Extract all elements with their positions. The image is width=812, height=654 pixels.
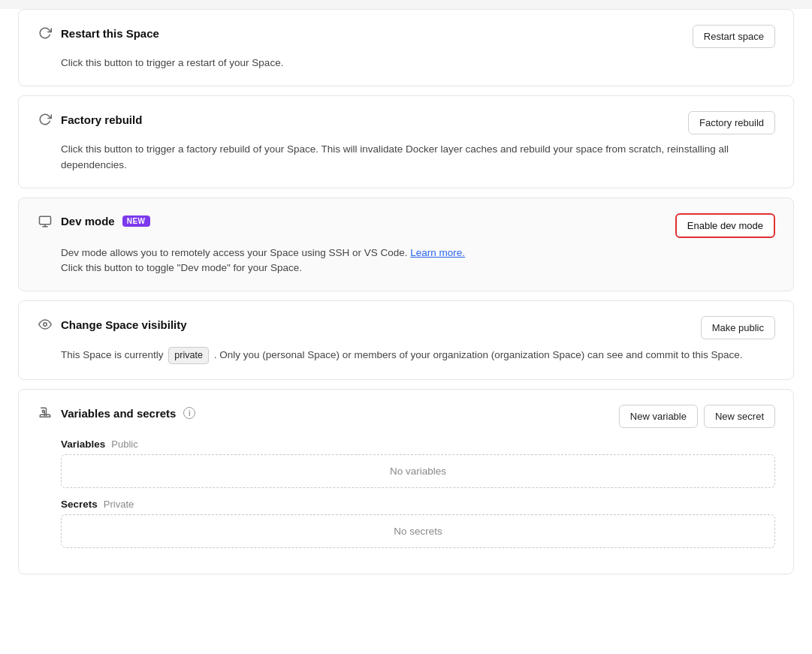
svg-point-3 <box>44 323 47 327</box>
secrets-sublabel: Private <box>104 499 134 510</box>
dev-mode-badge: NEW <box>122 215 150 227</box>
new-variable-button[interactable]: New variable <box>619 405 698 428</box>
factory-rebuild-button[interactable]: Factory rebuild <box>688 111 775 134</box>
factory-rebuild-title-row: Factory rebuild <box>37 111 676 128</box>
factory-rebuild-icon <box>37 111 53 128</box>
variables-icon <box>37 405 53 421</box>
enable-dev-mode-button[interactable]: Enable dev mode <box>675 213 775 238</box>
visibility-section: Change Space visibility Make public This… <box>18 300 794 380</box>
dev-mode-title-row: Dev mode NEW <box>37 213 663 230</box>
factory-rebuild-section: Factory rebuild Factory rebuild Click th… <box>18 95 794 188</box>
visibility-icon <box>37 316 53 333</box>
no-secrets-box: No secrets <box>61 514 775 548</box>
variables-info-icon[interactable]: i <box>183 407 195 419</box>
visibility-description: This Space is currently private . Only y… <box>61 347 775 364</box>
visibility-title: Change Space visibility <box>61 318 187 331</box>
visibility-title-row: Change Space visibility <box>37 316 689 333</box>
visibility-desc-prefix: This Space is currently <box>61 349 164 360</box>
restart-section: Restart this Space Restart space Click t… <box>18 9 794 86</box>
variables-btn-group: New variable New secret <box>619 405 775 428</box>
variables-title-row: Variables and secrets i <box>37 405 607 421</box>
visibility-value: private <box>168 347 209 364</box>
factory-rebuild-description: Click this button to trigger a factory r… <box>61 142 775 173</box>
dev-mode-description: Dev mode allows you to remotely access y… <box>61 246 775 276</box>
restart-title-row: Restart this Space <box>37 25 681 41</box>
make-public-button[interactable]: Make public <box>701 316 775 339</box>
no-variables-box: No variables <box>61 454 775 488</box>
variables-title: Variables and secrets <box>61 407 176 420</box>
dev-mode-section: Dev mode NEW Enable dev mode Dev mode al… <box>18 197 794 292</box>
dev-mode-title: Dev mode <box>61 215 115 228</box>
variables-header: Variables and secrets i New variable New… <box>37 405 775 428</box>
page-container: Restart this Space Restart space Click t… <box>0 9 812 654</box>
variables-content: Variables Public No variables Secrets Pr… <box>61 439 775 559</box>
secrets-label-row: Secrets Private <box>61 499 775 510</box>
variables-sublabel: Public <box>111 439 137 450</box>
visibility-header: Change Space visibility Make public <box>37 316 775 339</box>
visibility-desc-suffix: . Only you (personal Space) or members o… <box>214 349 743 360</box>
dev-mode-icon <box>37 213 53 230</box>
dev-mode-learn-more[interactable]: Learn more. <box>410 247 465 258</box>
restart-icon <box>37 25 53 41</box>
dev-mode-header: Dev mode NEW Enable dev mode <box>37 213 775 238</box>
restart-title: Restart this Space <box>61 27 159 40</box>
factory-rebuild-title: Factory rebuild <box>61 113 142 126</box>
secrets-label: Secrets <box>61 499 98 510</box>
dev-mode-desc-line2: Click this button to toggle "Dev mode" f… <box>61 262 302 273</box>
variables-label-row: Variables Public <box>61 439 775 450</box>
variables-section: Variables and secrets i New variable New… <box>18 389 794 574</box>
factory-rebuild-header: Factory rebuild Factory rebuild <box>37 111 775 134</box>
dev-mode-desc-line1: Dev mode allows you to remotely access y… <box>61 247 407 258</box>
new-secret-button[interactable]: New secret <box>704 405 775 428</box>
svg-rect-0 <box>40 216 51 225</box>
variables-label: Variables <box>61 439 105 450</box>
restart-button[interactable]: Restart space <box>693 25 775 48</box>
restart-header: Restart this Space Restart space <box>37 25 775 48</box>
restart-description: Click this button to trigger a restart o… <box>61 56 775 71</box>
